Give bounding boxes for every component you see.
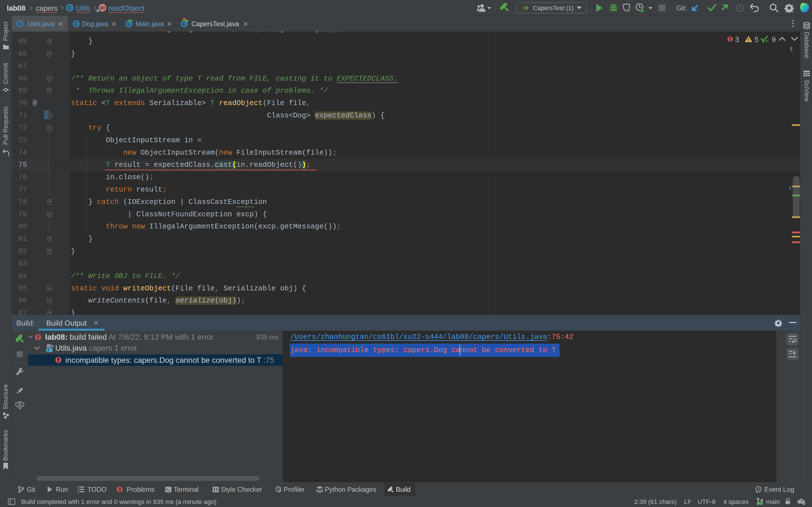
svg-text:?: ? xyxy=(800,499,803,503)
svg-text:J: J xyxy=(47,348,49,352)
